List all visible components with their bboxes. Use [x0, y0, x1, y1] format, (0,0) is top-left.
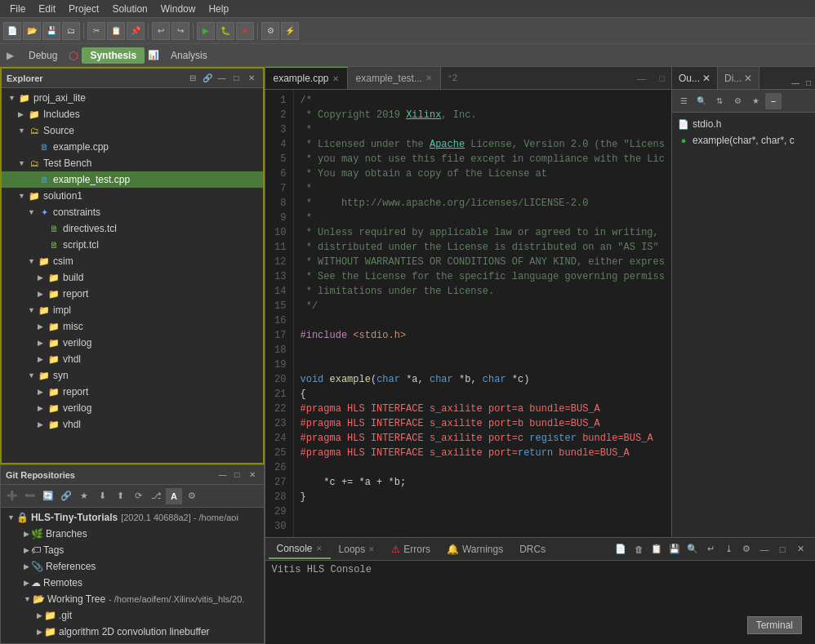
menu-edit[interactable]: Edit — [32, 2, 62, 16]
outline-btn-settings[interactable]: ⚙ — [729, 93, 746, 109]
bottom-tab-loops[interactable]: Loops ✕ — [331, 540, 384, 558]
tree-item-csim[interactable]: ▼ 📁 csim — [2, 253, 263, 269]
git-btn-link[interactable]: 🔗 — [58, 488, 74, 504]
tree-item-includes[interactable]: ▶ 📁 Includes — [2, 106, 263, 122]
outline-btn-collapse[interactable]: – — [765, 93, 782, 109]
console-btn-maximize[interactable]: □ — [774, 541, 791, 557]
toolbar-settings[interactable]: ⚙ — [261, 22, 279, 40]
outline-btn-star[interactable]: ★ — [747, 93, 764, 109]
git-btn-settings[interactable]: ⚙ — [184, 488, 200, 504]
tree-item-source[interactable]: ▼ 🗂 Source — [2, 122, 263, 139]
tab-extra[interactable]: ⁺2 — [441, 69, 464, 87]
outline-btn-filter[interactable]: 🔍 — [693, 93, 710, 109]
console-btn-scroll[interactable]: ⤓ — [720, 541, 737, 557]
console-btn-close[interactable]: ✕ — [792, 541, 808, 557]
tree-item-build[interactable]: ▶ 📁 build — [2, 269, 263, 286]
menu-help[interactable]: Help — [202, 2, 235, 16]
tree-item-impl[interactable]: ▼ 📁 impl — [2, 302, 263, 318]
menu-project[interactable]: Project — [62, 2, 105, 16]
toolbar-stop[interactable]: ■ — [236, 22, 254, 40]
git-btn-fetch[interactable]: ⬇ — [94, 488, 110, 504]
bottom-tab-errors[interactable]: ⚠ Errors — [383, 540, 439, 558]
tree-item-syn[interactable]: ▼ 📁 syn — [2, 367, 263, 384]
menu-window[interactable]: Window — [154, 2, 203, 16]
git-btn-remove[interactable]: ➖ — [22, 488, 38, 504]
console-btn-new[interactable]: 📄 — [612, 541, 629, 557]
git-btn-filter[interactable]: A — [166, 488, 182, 504]
explorer-minimize[interactable]: — — [216, 72, 229, 85]
git-btn-push[interactable]: ⬆ — [112, 488, 128, 504]
toolbar-cut[interactable]: ✂ — [87, 22, 105, 40]
console-btn-copy[interactable]: 📋 — [648, 541, 665, 557]
tree-item-constraints[interactable]: ▼ ✦ constraints — [2, 204, 263, 220]
toolbar-extra[interactable]: ⚡ — [281, 22, 299, 40]
git-item-dotgit[interactable]: ▶ 📁 .git — [1, 607, 264, 624]
mode-debug[interactable]: Debug — [20, 47, 65, 64]
tab-close-example-cpp[interactable]: ✕ — [332, 74, 339, 83]
code-editor[interactable]: /* * Copyright 2019 Xilinx, Inc. * * Lic… — [294, 90, 672, 537]
bottom-tab-drcs[interactable]: DRCs — [511, 540, 554, 558]
bottom-tab-warnings[interactable]: 🔔 Warnings — [439, 540, 511, 558]
git-close[interactable]: ✕ — [246, 469, 259, 482]
right-panel-minimize[interactable]: — — [789, 76, 802, 89]
tree-item-proj[interactable]: ▼ 📁 proj_axi_lite — [2, 90, 263, 106]
console-btn-clear[interactable]: 🗑 — [630, 541, 647, 557]
bottom-tab-close-console[interactable]: ✕ — [316, 544, 323, 553]
git-item-working-tree[interactable]: ▼ 📂 Working Tree - /home/aoifem/.Xilinx/… — [1, 591, 264, 607]
tree-item-example-test-cpp[interactable]: ▶ 🗎 example_test.cpp — [2, 171, 263, 188]
console-btn-wrap[interactable]: ↵ — [702, 541, 719, 557]
tree-item-csim-report[interactable]: ▶ 📁 report — [2, 286, 263, 302]
right-panel-maximize[interactable]: □ — [802, 76, 815, 89]
git-btn-star[interactable]: ★ — [76, 488, 92, 504]
tab-close-outline[interactable]: ✕ — [702, 73, 710, 84]
outline-item-stdio[interactable]: 📄 stdio.h — [675, 116, 812, 132]
tab-example-cpp[interactable]: example.cpp ✕ — [265, 67, 348, 89]
tree-item-script[interactable]: ▶ 🗎 script.tcl — [2, 237, 263, 253]
git-item-references[interactable]: ▶ 📎 References — [1, 558, 264, 575]
bottom-tab-close-loops[interactable]: ✕ — [368, 545, 375, 553]
tree-item-impl-vhdl[interactable]: ▶ 📁 vhdl — [2, 351, 263, 367]
outline-btn-sort[interactable]: ⇅ — [711, 93, 728, 109]
toolbar-run[interactable]: ▶ — [197, 22, 215, 40]
git-item-tags[interactable]: ▶ 🏷 Tags — [1, 542, 264, 558]
explorer-collapse-all[interactable]: ⊟ — [186, 72, 199, 85]
explorer-close[interactable]: ✕ — [245, 72, 258, 85]
outline-btn-list[interactable]: ☰ — [675, 93, 692, 109]
git-btn-branch[interactable]: ⎇ — [148, 488, 164, 504]
console-btn-save[interactable]: 💾 — [666, 541, 683, 557]
toolbar-save[interactable]: 💾 — [42, 22, 60, 40]
git-maximize[interactable]: □ — [231, 469, 244, 482]
git-item-remotes[interactable]: ▶ ☁ Remotes — [1, 575, 264, 591]
toolbar-undo[interactable]: ↩ — [152, 22, 170, 40]
toolbar-redo[interactable]: ↪ — [171, 22, 189, 40]
console-btn-minimize[interactable]: — — [756, 541, 773, 557]
tree-item-syn-vhdl[interactable]: ▶ 📁 vhdl — [2, 416, 263, 433]
git-item-branches[interactable]: ▶ 🌿 Branches — [1, 526, 264, 542]
outline-item-example[interactable]: ● example(char*, char*, c — [675, 132, 812, 149]
menu-file[interactable]: File — [3, 2, 32, 16]
tab-outline[interactable]: Ou... ✕ — [672, 67, 718, 89]
git-btn-refresh[interactable]: 🔄 — [40, 488, 56, 504]
mode-synthesis[interactable]: Synthesis — [82, 47, 145, 64]
editor-minimize[interactable]: — — [630, 70, 652, 87]
explorer-link[interactable]: 🔗 — [201, 72, 214, 85]
console-btn-filter[interactable]: 🔍 — [684, 541, 701, 557]
console-btn-settings[interactable]: ⚙ — [738, 541, 755, 557]
toolbar-open[interactable]: 📂 — [23, 22, 41, 40]
toolbar-new[interactable]: 📄 — [3, 22, 21, 40]
tab-example-test[interactable]: example_test... ✕ — [348, 67, 441, 89]
git-item-algorithm[interactable]: ▶ 📁 algorithm 2D convolution linebuffer — [1, 624, 264, 640]
tree-item-syn-verilog[interactable]: ▶ 📁 verilog — [2, 400, 263, 416]
tab-close-debug[interactable]: ✕ — [744, 73, 752, 84]
mode-analysis[interactable]: Analysis — [163, 47, 216, 64]
toolbar-save-all[interactable]: 🗂 — [62, 22, 80, 40]
explorer-maximize[interactable]: □ — [230, 72, 243, 85]
tree-item-testbench[interactable]: ▼ 🗂 Test Bench — [2, 155, 263, 171]
terminal-button[interactable]: Terminal — [747, 616, 802, 634]
tree-item-example-cpp[interactable]: ▶ 🗎 example.cpp — [2, 139, 263, 155]
menu-solution[interactable]: Solution — [105, 2, 154, 16]
tree-item-directives[interactable]: ▶ 🗎 directives.tcl — [2, 220, 263, 237]
bottom-tab-console[interactable]: Console ✕ — [269, 540, 331, 559]
tree-item-impl-verilog[interactable]: ▶ 📁 verilog — [2, 335, 263, 351]
tree-item-syn-report[interactable]: ▶ 📁 report — [2, 384, 263, 400]
